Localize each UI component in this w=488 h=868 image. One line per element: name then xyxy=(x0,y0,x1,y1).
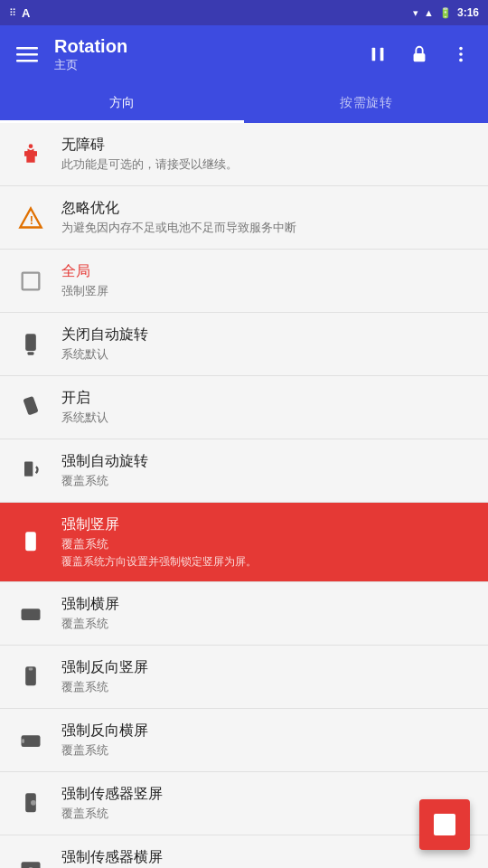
lock-button[interactable] xyxy=(401,36,437,72)
wifi-icon: ▾ xyxy=(413,7,418,19)
svg-point-8 xyxy=(459,59,463,62)
list-item-force-reverse-landscape[interactable]: 强制反向横屏 覆盖系统 xyxy=(0,709,488,772)
auto-on-title: 开启 xyxy=(61,389,474,408)
menu-icon[interactable] xyxy=(9,36,45,72)
status-bar-right: ▾ ▲ 🔋 3:16 xyxy=(413,6,479,19)
auto-off-text: 关闭自动旋转 系统默认 xyxy=(61,326,474,363)
toolbar: Rotation 主页 xyxy=(0,25,488,83)
list-item-auto-off[interactable]: 关闭自动旋转 系统默认 xyxy=(0,313,488,376)
force-reverse-portrait-title: 强制反向竖屏 xyxy=(61,658,474,677)
accessibility-icon xyxy=(14,138,47,171)
svg-point-6 xyxy=(459,47,463,51)
global-text: 全局 强制竖屏 xyxy=(61,262,474,299)
list-item-global[interactable]: 全局 强制竖屏 xyxy=(0,250,488,313)
sensor-landscape-icon xyxy=(14,851,47,868)
svg-rect-5 xyxy=(414,53,426,61)
more-options-button[interactable] xyxy=(443,36,479,72)
svg-point-7 xyxy=(459,52,463,56)
auto-on-text: 开启 系统默认 xyxy=(61,389,474,426)
sensor-portrait-icon xyxy=(14,788,47,820)
force-reverse-landscape-text: 强制反向横屏 覆盖系统 xyxy=(61,722,474,759)
fab-stop-icon xyxy=(434,814,455,835)
svg-point-9 xyxy=(29,144,33,148)
list-item-accessibility[interactable]: 无障碍 此功能是可选的，请接受以继续。 xyxy=(0,123,488,186)
svg-rect-3 xyxy=(372,48,376,61)
svg-rect-16 xyxy=(23,395,38,415)
force-landscape-text: 强制横屏 覆盖系统 xyxy=(61,595,474,632)
svg-rect-1 xyxy=(16,53,38,56)
tab-direction[interactable]: 方向 xyxy=(0,83,244,123)
portrait-icon xyxy=(14,526,47,559)
list-item-force-landscape[interactable]: 强制横屏 覆盖系统 xyxy=(0,582,488,646)
sensor-landscape-title: 强制传感器横屏 xyxy=(61,848,474,867)
auto-off-title: 关闭自动旋转 xyxy=(61,326,474,344)
force-reverse-portrait-text: 强制反向竖屏 覆盖系统 xyxy=(61,658,474,695)
sensor-landscape-text: 强制传感器横屏 覆盖系统 xyxy=(61,848,474,868)
rotate-on-icon xyxy=(14,392,47,424)
toolbar-title-block: Rotation 主页 xyxy=(54,35,351,73)
rotate-auto-icon xyxy=(14,455,47,487)
status-bar: ⠿ A ▾ ▲ 🔋 3:16 xyxy=(0,0,488,25)
grid-icon: ⠿ xyxy=(9,7,16,19)
status-bar-left: ⠿ A xyxy=(9,6,30,20)
battery-icon: 🔋 xyxy=(439,7,452,19)
list-item-force-auto[interactable]: 强制自动旋转 覆盖系统 xyxy=(0,439,488,503)
reverse-landscape-icon xyxy=(14,724,47,757)
optimize-subtitle: 为避免因内存不足或电池不足而导致服务中断 xyxy=(61,220,474,236)
list-item-force-portrait[interactable]: 强制竖屏 覆盖系统 覆盖系统方向设置并强制锁定竖屏为屏。 xyxy=(0,503,488,582)
list-item-optimize[interactable]: ! 忽略优化 为避免因内存不足或电池不足而导致服务中断 xyxy=(0,186,488,250)
content-area: 无障碍 此功能是可选的，请接受以继续。 ! 忽略优化 为避免因内存不足或电池不足… xyxy=(0,123,488,868)
landscape-icon xyxy=(14,598,47,630)
sensor-portrait-text: 强制传感器竖屏 覆盖系统 xyxy=(61,785,474,822)
optimize-text: 忽略优化 为避免因内存不足或电池不足而导致服务中断 xyxy=(61,199,474,236)
pause-button[interactable] xyxy=(360,36,396,72)
force-portrait-desc: 覆盖系统方向设置并强制锁定竖屏为屏。 xyxy=(61,555,474,570)
force-landscape-subtitle: 覆盖系统 xyxy=(61,616,474,632)
svg-rect-13 xyxy=(23,272,40,289)
svg-rect-21 xyxy=(29,667,33,670)
global-icon xyxy=(14,265,47,297)
svg-rect-18 xyxy=(25,532,36,551)
auto-off-subtitle: 系统默认 xyxy=(61,346,474,363)
force-landscape-title: 强制横屏 xyxy=(61,595,474,614)
svg-rect-17 xyxy=(24,461,33,476)
force-portrait-subtitle: 覆盖系统 xyxy=(61,536,474,552)
rotate-off-icon xyxy=(14,328,47,361)
sensor-portrait-title: 强制传感器竖屏 xyxy=(61,785,474,804)
force-auto-title: 强制自动旋转 xyxy=(61,452,474,471)
force-auto-text: 强制自动旋转 覆盖系统 xyxy=(61,452,474,489)
svg-text:!: ! xyxy=(30,213,33,227)
svg-rect-0 xyxy=(16,47,38,50)
svg-rect-23 xyxy=(22,739,24,743)
force-reverse-portrait-subtitle: 覆盖系统 xyxy=(61,679,474,695)
svg-rect-4 xyxy=(380,48,384,61)
svg-point-25 xyxy=(31,800,36,806)
list-item-sensor-portrait[interactable]: 强制传感器竖屏 覆盖系统 xyxy=(0,772,488,835)
list-item-force-reverse-portrait[interactable]: 强制反向竖屏 覆盖系统 xyxy=(0,646,488,709)
global-subtitle: 强制竖屏 xyxy=(61,283,474,299)
time-display: 3:16 xyxy=(457,6,479,19)
accessibility-title: 无障碍 xyxy=(61,136,474,155)
tabs-bar: 方向 按需旋转 xyxy=(0,83,488,123)
force-portrait-title: 强制竖屏 xyxy=(61,515,474,534)
fab-button[interactable] xyxy=(419,799,470,850)
auto-on-subtitle: 系统默认 xyxy=(61,410,474,426)
reverse-portrait-icon xyxy=(14,661,47,693)
app-title: Rotation xyxy=(54,35,351,57)
force-auto-subtitle: 覆盖系统 xyxy=(61,473,474,489)
accessibility-subtitle: 此功能是可选的，请接受以继续。 xyxy=(61,156,474,173)
tab-on-demand[interactable]: 按需旋转 xyxy=(244,83,488,123)
sensor-portrait-subtitle: 覆盖系统 xyxy=(61,806,474,822)
a-icon: A xyxy=(22,6,30,20)
optimize-title: 忽略优化 xyxy=(61,199,474,218)
list-item-sensor-landscape[interactable]: 强制传感器横屏 覆盖系统 xyxy=(0,835,488,868)
force-reverse-landscape-subtitle: 覆盖系统 xyxy=(61,742,474,759)
list-item-auto-on[interactable]: 开启 系统默认 xyxy=(0,376,488,439)
global-title: 全局 xyxy=(61,262,474,281)
force-portrait-text: 强制竖屏 覆盖系统 覆盖系统方向设置并强制锁定竖屏为屏。 xyxy=(61,515,474,569)
force-reverse-landscape-title: 强制反向横屏 xyxy=(61,722,474,741)
accessibility-text: 无障碍 此功能是可选的，请接受以继续。 xyxy=(61,136,474,173)
toolbar-actions xyxy=(360,36,479,72)
svg-rect-15 xyxy=(28,352,34,355)
svg-rect-2 xyxy=(16,60,38,62)
